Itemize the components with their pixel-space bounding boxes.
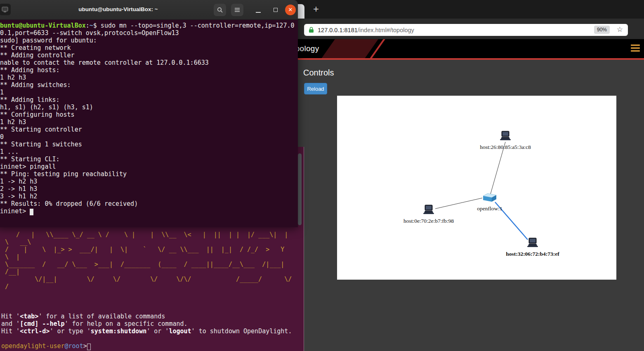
terminal-line: *** Adding links: (0, 96, 298, 104)
terminal-line: mininet> pingall (0, 163, 298, 170)
terminal-line: s1 (0, 89, 298, 96)
url-path: /index.html#/topology (358, 27, 414, 33)
terminal-line (1, 335, 296, 342)
topology-links-svg (337, 96, 616, 280)
terminal-line: opendaylight-user@root> (1, 342, 296, 350)
new-tab-button[interactable]: + (309, 3, 323, 16)
browser-window: + 127.0.0.1:8181/index.html#/topology 90… (264, 0, 644, 351)
topology-node-host[interactable]: host:32:06:72:b4:73:ef (491, 238, 574, 257)
terminal-line: / | \ |_> > ___/| | \| ` \/ __ \\___ || … (1, 246, 296, 253)
topology-node-host[interactable]: host:0e:70:2e:b7:fb:98 (387, 205, 470, 224)
host-icon (491, 238, 574, 248)
terminal-line: *** Starting controller (0, 126, 298, 133)
terminal-line: and '[cmd] --help' for help on a specifi… (1, 320, 296, 327)
terminal-line: ubuntu@ubuntu-VirtualBox:~$ sudo mn --to… (0, 22, 298, 29)
search-button[interactable] (214, 4, 226, 16)
zoom-level-badge[interactable]: 90% (594, 26, 610, 34)
terminal-line: h1 h2 h3 (0, 118, 298, 126)
browser-toolbar: 127.0.0.1:8181/index.html#/topology 90% … (264, 19, 644, 39)
terminal-line: (h1, s1) (h2, s1) (h3, s1) (0, 104, 298, 111)
host-icon (464, 131, 547, 141)
terminal-line: *** Adding hosts: (0, 66, 298, 74)
browser-tab-bar: + (264, 0, 644, 19)
mininet-terminal-window[interactable]: ubuntu@ubuntu-VirtualBox: ~ ✕ ubuntu@ubu… (0, 0, 298, 227)
close-button[interactable]: ✕ (285, 5, 296, 15)
dlux-content: Controls Reload host:26:80:85:a5:3a:c8op… (264, 60, 644, 351)
terminal-line: \ __\ (1, 238, 296, 246)
reload-button[interactable]: Reload (304, 83, 327, 94)
terminal-line: .0.1,port=6633 --switch ovsk,protocols=O… (0, 29, 298, 37)
url-text: 127.0.0.1:8181/index.html#/topology (318, 27, 414, 33)
dlux-header: Topology (264, 39, 644, 58)
host-icon (387, 205, 470, 215)
terminal-line: *** Configuring hosts (0, 111, 298, 118)
terminal-line: \ | (1, 253, 296, 261)
header-accent-stripe-dark (320, 39, 379, 58)
topology-node-label: host:0e:70:2e:b7:fb:98 (387, 218, 470, 224)
terminal-line: s1 ... (0, 148, 298, 155)
topology-node-label: host:32:06:72:b4:73:ef (491, 251, 574, 257)
terminal-line: mininet> (0, 207, 298, 215)
terminal-line: Hit '<ctrl-d>' or type 'system:shutdown'… (1, 327, 296, 335)
terminal-line: *** Starting 1 switches (0, 141, 298, 148)
terminal-line: *** Starting CLI: (0, 155, 298, 163)
site-security-lock-icon[interactable] (309, 27, 314, 33)
menu-hamburger-icon[interactable] (631, 45, 640, 53)
topology-node-host[interactable]: host:26:80:85:a5:3a:c8 (464, 131, 547, 151)
terminal-line: h1 h2 h3 (0, 74, 298, 81)
controls-heading: Controls (303, 68, 334, 78)
terminal-line: Unable to contact the remote controller … (0, 59, 298, 66)
scrollbar-thumb[interactable] (298, 153, 302, 225)
terminal-line: c0 (0, 133, 298, 141)
maximize-button[interactable] (269, 4, 282, 16)
terminal-line: *** Adding switches: (0, 81, 298, 89)
switch-icon (448, 192, 531, 203)
browser-tab[interactable] (298, 4, 304, 19)
url-bar[interactable]: 127.0.0.1:8181/index.html#/topology 90% … (304, 24, 628, 36)
terminal-line: h1 -> h2 h3 (0, 178, 298, 185)
topology-node-label: host:26:80:85:a5:3a:c8 (464, 144, 547, 151)
terminal-line: *** Creating network (0, 44, 298, 52)
terminal-line (1, 305, 296, 313)
url-host: 127.0.0.1:8181 (318, 27, 358, 33)
terminal-line: / | \\____ \_/ __ \ / \ | | \\__ \< | ||… (1, 231, 296, 238)
bookmark-star-icon[interactable]: ☆ (617, 25, 623, 34)
menu-button[interactable] (231, 4, 243, 16)
terminal-line: h3 -> h1 h2 (0, 193, 298, 200)
terminal-line: \_______ / __/ \___ >___| /_______ (____… (1, 261, 296, 268)
topology-canvas[interactable]: host:26:80:85:a5:3a:c8openflow:1host:0e:… (337, 96, 616, 280)
terminal-line: /__| (1, 268, 296, 276)
terminal-line: Hit '<tab>' for a list of available comm… (1, 313, 296, 320)
terminal-title: ubuntu@ubuntu-VirtualBox: ~ (0, 6, 240, 12)
terminal-line: / (1, 283, 296, 290)
minimize-button[interactable] (252, 4, 264, 16)
terminal-titlebar[interactable]: ubuntu@ubuntu-VirtualBox: ~ ✕ (0, 0, 298, 20)
terminal-line (1, 298, 296, 305)
terminal-line: *** Results: 0% dropped (6/6 received) (0, 200, 298, 207)
terminal-line (1, 290, 296, 298)
terminal-line: \/|__| \/ \/ \/ \/\/ /_____/ \/ (1, 276, 296, 283)
karaf-terminal-output: / | \\____ \_/ __ \ / \ | | \\__ \< | ||… (1, 231, 296, 350)
terminal-line: *** Adding controller (0, 52, 298, 59)
mininet-terminal-output: ubuntu@ubuntu-VirtualBox:~$ sudo mn --to… (0, 20, 298, 227)
terminal-line: [sudo] password for ubuntu: (0, 37, 298, 44)
terminal-line: *** Ping: testing ping reachability (0, 170, 298, 178)
terminal-line: h2 -> h1 h3 (0, 185, 298, 193)
